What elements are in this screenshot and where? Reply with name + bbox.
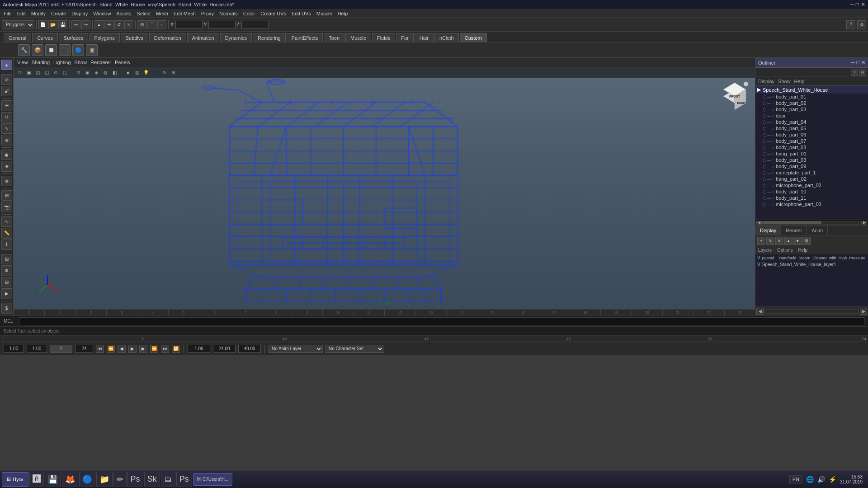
icons-btn[interactable]: ⚙ bbox=[1, 265, 12, 276]
move-btn[interactable]: ✛ bbox=[1, 100, 12, 111]
tab-fluids[interactable]: Fluids bbox=[372, 33, 395, 42]
outliner-hscrollbar[interactable]: ◀ ▶ bbox=[755, 220, 868, 225]
paint-sel-btn[interactable]: 🖌 bbox=[1, 86, 12, 96]
menu-editmesh[interactable]: Edit Mesh bbox=[174, 11, 196, 16]
layer-tab-render[interactable]: Render bbox=[781, 225, 807, 235]
tab-polygons[interactable]: Polygons bbox=[89, 33, 119, 42]
taskbar-files-icon[interactable]: 🗂 bbox=[161, 472, 175, 487]
menu-select[interactable]: Select bbox=[137, 11, 151, 16]
save-btn[interactable]: 💾 bbox=[58, 20, 67, 29]
rp-scroll-track[interactable] bbox=[764, 309, 859, 314]
open-btn[interactable]: 📂 bbox=[48, 20, 57, 29]
snap-curve[interactable]: ⌒ bbox=[147, 20, 156, 29]
tree-item-3[interactable]: ⬡—○ body_part_03 bbox=[755, 106, 868, 113]
tab-custom[interactable]: Custom bbox=[460, 33, 487, 42]
tab-toon[interactable]: Toon bbox=[324, 33, 344, 42]
tree-item-16[interactable]: ⬡—○ body_part_10 bbox=[755, 188, 868, 195]
help-icon[interactable]: ? bbox=[846, 20, 855, 29]
vp-icon-10[interactable]: ⊞ bbox=[169, 68, 177, 76]
menu-edituvs[interactable]: Edit UVs bbox=[292, 11, 311, 16]
lang-selector[interactable]: EN bbox=[789, 475, 802, 483]
tab-curves[interactable]: Curves bbox=[32, 33, 58, 42]
rp-scroll-right[interactable]: ▶ bbox=[860, 308, 867, 315]
minimize-btn[interactable]: ─ bbox=[850, 1, 854, 8]
settings-icon[interactable]: ⚙ bbox=[857, 20, 866, 29]
tree-item-4[interactable]: ⬡—○ door bbox=[755, 113, 868, 119]
shelf-icon-4[interactable]: ⬛ bbox=[59, 44, 71, 56]
mode-dropdown[interactable]: Polygons bbox=[2, 20, 34, 29]
snap-grid[interactable]: ⊞ bbox=[137, 20, 146, 29]
menu-modify[interactable]: Modify bbox=[31, 11, 46, 16]
taskbar-ps2-icon[interactable]: Ps bbox=[176, 472, 192, 487]
close-btn[interactable]: ✕ bbox=[861, 1, 865, 8]
goto-start-btn[interactable]: ⏮ bbox=[96, 345, 104, 353]
start-button[interactable]: ⊞ Пуск bbox=[2, 472, 28, 487]
volume-icon[interactable]: 🔊 bbox=[817, 476, 825, 483]
vp-icon-2[interactable]: ▣ bbox=[24, 68, 33, 76]
menu-file[interactable]: File bbox=[4, 11, 12, 16]
current-frame-input[interactable] bbox=[50, 345, 72, 353]
outliner-tab-help[interactable]: Help bbox=[794, 79, 805, 84]
taskbar-save-icon[interactable]: 💾 bbox=[45, 472, 61, 487]
tab-animation[interactable]: Animation bbox=[187, 33, 219, 42]
scrollbar-track[interactable] bbox=[762, 221, 862, 225]
layer-btn-6[interactable]: ⊞ bbox=[802, 237, 811, 245]
tree-item-14[interactable]: ⬡—○ hang_part_02 bbox=[755, 176, 868, 182]
viewport[interactable]: View Shading Lighting Show Renderer Pane… bbox=[14, 58, 755, 315]
layer-opt-layers[interactable]: Layers bbox=[758, 248, 772, 253]
outliner-tab-show[interactable]: Show bbox=[778, 79, 791, 84]
move-tool[interactable]: ✛ bbox=[104, 20, 113, 29]
menu-normals[interactable]: Normals bbox=[219, 11, 238, 16]
vp-icon-3[interactable]: ◫ bbox=[33, 68, 42, 76]
tab-surfaces[interactable]: Surfaces bbox=[59, 33, 88, 42]
anim-layer-dropdown[interactable]: No Anim Layer bbox=[269, 345, 323, 353]
layer-btn-4[interactable]: ▲ bbox=[784, 237, 793, 245]
active-window-btn[interactable]: M C:\Users\H... bbox=[193, 473, 233, 486]
layer-btn-5[interactable]: ▼ bbox=[793, 237, 802, 245]
prev-frame-btn[interactable]: ◀ bbox=[118, 345, 126, 353]
power-icon[interactable]: ⚡ bbox=[829, 476, 836, 483]
taskbar-file-icon[interactable]: 📁 bbox=[96, 472, 113, 487]
menu-proxy[interactable]: Proxy bbox=[201, 11, 214, 16]
tab-rendering[interactable]: Rendering bbox=[253, 33, 286, 42]
menu-help[interactable]: Help bbox=[338, 11, 348, 16]
universal-btn[interactable]: ⊕ bbox=[1, 135, 12, 145]
scrollbar-thumb[interactable] bbox=[762, 221, 821, 224]
show-manip-btn[interactable]: ⊗ bbox=[1, 176, 12, 186]
tree-item-5[interactable]: ⬡—○ body_part_04 bbox=[755, 119, 868, 125]
new-btn[interactable]: 📄 bbox=[38, 20, 47, 29]
undo-btn[interactable]: ↩ bbox=[71, 20, 80, 29]
tree-item-10[interactable]: ⬡—○ hang_part_01 bbox=[755, 150, 868, 157]
vp-menu-renderer[interactable]: Renderer bbox=[90, 60, 111, 65]
scale-btn[interactable]: ⤡ bbox=[1, 123, 12, 134]
tab-hair[interactable]: Hair bbox=[415, 33, 434, 42]
menu-createuvs[interactable]: Create UVs bbox=[260, 11, 286, 16]
menu-create[interactable]: Create bbox=[51, 11, 66, 16]
play-btn[interactable]: ▶ bbox=[128, 345, 137, 353]
menu-assets[interactable]: Assets bbox=[116, 11, 131, 16]
tab-general[interactable]: General bbox=[4, 33, 31, 42]
vp-icon-5[interactable]: ⊙ bbox=[52, 68, 60, 76]
vp-icon-9[interactable]: ◧ bbox=[110, 68, 118, 76]
tree-item-1[interactable]: ⬡—○ body_part_01 bbox=[755, 94, 868, 100]
shelf-icon-1[interactable]: 🔧 bbox=[18, 44, 30, 56]
start-frame-input[interactable] bbox=[4, 345, 24, 353]
nav-cube[interactable]: FRONT RIGHT bbox=[719, 80, 750, 112]
sculpt-btn[interactable]: ◈ bbox=[1, 161, 12, 171]
vp-icon-lights[interactable]: 💡 bbox=[142, 68, 150, 76]
rp-scroll-left[interactable]: ◀ bbox=[756, 308, 764, 315]
outliner-minimize[interactable]: ─ bbox=[851, 60, 855, 66]
vp-icon-1[interactable]: □ bbox=[15, 68, 24, 76]
prev-key-btn[interactable]: ⏪ bbox=[107, 345, 115, 353]
vp-icon-8[interactable]: ◍ bbox=[101, 68, 109, 76]
tree-root[interactable]: ▶ Speech_Stand_White_House bbox=[755, 86, 868, 94]
playback-end[interactable] bbox=[213, 345, 236, 353]
snap-live-btn[interactable]: ⊞ bbox=[1, 190, 12, 201]
rotate-btn[interactable]: ↺ bbox=[1, 112, 12, 122]
grid-btn[interactable]: ⊞ bbox=[1, 254, 12, 264]
menu-display[interactable]: Display bbox=[71, 11, 88, 16]
char-set-dropdown[interactable]: No Character Set bbox=[326, 345, 384, 353]
select-mode-btn[interactable]: ▲ bbox=[1, 60, 12, 70]
mel-btn[interactable]: $ bbox=[1, 303, 12, 313]
layer-opt-options[interactable]: Options bbox=[777, 248, 793, 253]
